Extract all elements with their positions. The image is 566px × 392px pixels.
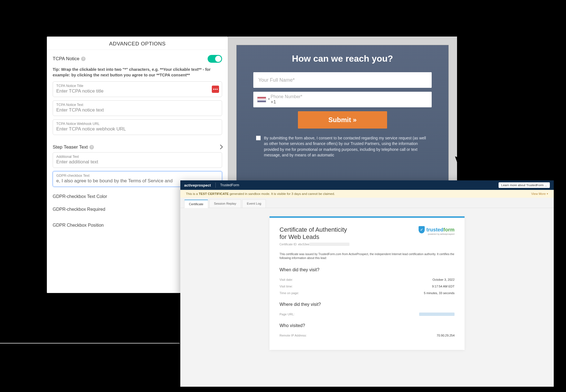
page-url-row: Page URL: xxxxxxxxxxxxxxxxxxxxx [280,311,455,318]
section-when: When did they visit? [280,267,455,272]
powered-by: powered by activeprospect [419,233,455,235]
time-on-page-label: Time on page: [280,291,299,295]
tcpa-webhook-input[interactable] [56,126,218,132]
trustedform-window: activeprospect TrustedForm Learn more ab… [180,180,554,387]
form-heading: How can we reach you? [253,54,432,64]
ap-product: TrustedForm [220,183,239,187]
consent-row: By submitting the form above, I consent … [253,135,432,158]
banner-text: This is a TEST CERTIFICATE generated in … [186,192,335,195]
name-placeholder: Your Full Name* [258,77,295,83]
cert-title-line1: Certificate of Authenticity [280,226,349,233]
page-url-value: xxxxxxxxxxxxxxxxxxxxx [419,313,455,316]
tcpa-text-input[interactable] [56,107,218,113]
tcpa-notice-label: TCPA Notice [53,56,79,62]
view-more-link[interactable]: View More [531,192,548,195]
phone-input[interactable]: Phone Number* +1 [253,92,432,107]
submit-button[interactable]: Submit » [298,111,387,129]
field-label: Additional Text [56,155,218,159]
flag-dropdown[interactable] [257,97,266,102]
tcpa-notice-row: TCPA Notice ? [53,50,222,65]
test-certificate-banner: This is a TEST CERTIFICATE generated in … [180,190,554,198]
field-status-icon[interactable] [212,86,219,93]
field-label: GDPR-checkbox Text [56,174,218,178]
shield-icon: ✓ [419,226,425,233]
divider [215,183,216,188]
tab-certificate[interactable]: Certificate [184,200,208,208]
additional-text-field[interactable]: Additional Text [53,152,222,168]
help-icon[interactable]: ? [81,57,86,61]
divider-line [0,343,180,343]
consent-checkbox[interactable] [256,136,261,140]
phone-prefix: +1 [271,99,276,105]
ap-brand: activeprospect [184,183,211,187]
section-where: Where did they visit? [280,302,455,307]
tcpa-webhook-field[interactable]: TCPA Notice Webhook URL [53,119,222,135]
cert-tabs: Certificate Session Replay Event Log [180,198,554,208]
help-icon[interactable]: ? [89,145,94,149]
page-url-label: Page URL: [280,313,295,316]
consent-text: By submitting the form above, I consent … [264,135,429,158]
name-input[interactable]: Your Full Name* [253,72,432,88]
tab-event-log[interactable]: Event Log [242,199,266,208]
trustedform-logo: ✓ trustedform [419,226,455,233]
cert-description: This certificate was issued by TrustedFo… [280,252,455,260]
cert-title-line2: for Web Leads [280,233,349,241]
learn-more-button[interactable]: Learn more about TrustedForm ... [499,182,550,188]
field-label: TCPA Notice Text [56,103,218,107]
visit-date-value: October 3, 2022 [433,278,455,281]
visit-time-label: Visit time: [280,285,293,288]
gdpr-required-label: GDPR-checkbox Required [53,207,105,212]
certificate-card: Certificate of Authenticity for Web Lead… [269,216,465,350]
section-who: Who visited? [280,323,455,328]
tab-session-replay[interactable]: Session Replay [209,199,241,208]
visit-time-row: Visit time: 9:17:54 AM EDT [280,283,455,290]
chevron-right-icon[interactable] [219,145,222,150]
tcpa-text-field[interactable]: TCPA Notice Text [53,100,222,116]
visit-date-row: Visit date: October 3, 2022 [280,276,455,283]
form-preview: How can we reach you? Your Full Name* Ph… [236,45,449,195]
advanced-options-header: ADVANCED OPTIONS [47,37,228,50]
remote-ip-row: Remote IP Address: 70.90.29.254 [280,332,455,339]
field-label: TCPA Notice Title [56,84,218,88]
tcpa-notice-toggle[interactable] [208,55,222,63]
field-label: TCPA Notice Webhook URL [56,122,218,126]
tcpa-tip-text: Tip: Wrap the clickable text into two "*… [53,65,222,81]
ap-topbar: activeprospect TrustedForm Learn more ab… [180,180,554,190]
tcpa-title-field[interactable]: TCPA Notice Title [53,81,222,97]
gdpr-position-label: GDPR Checkbox Position [53,223,104,228]
cert-id: Certificate ID: ebc53eexxxxxxxxxxxxxxxxx… [280,243,349,246]
remote-ip-label: Remote IP Address: [280,334,307,337]
visit-time-value: 9:17:54 AM EDT [432,285,455,288]
step-teaser-label: Step Teaser Text [53,144,88,150]
step-teaser-row[interactable]: Step Teaser Text ? [53,138,222,152]
remote-ip-value: 70.90.29.254 [437,334,455,337]
phone-label: Phone Number* [271,94,302,99]
tcpa-title-input[interactable] [56,88,218,94]
time-on-page-value: 5 minutes, 33 seconds [424,291,455,295]
visit-date-label: Visit date: [280,278,293,281]
time-on-page-row: Time on page: 5 minutes, 33 seconds [280,290,455,296]
gdpr-color-label: GDPR-checkbox Text Color [53,194,107,199]
additional-text-input[interactable] [56,159,218,165]
